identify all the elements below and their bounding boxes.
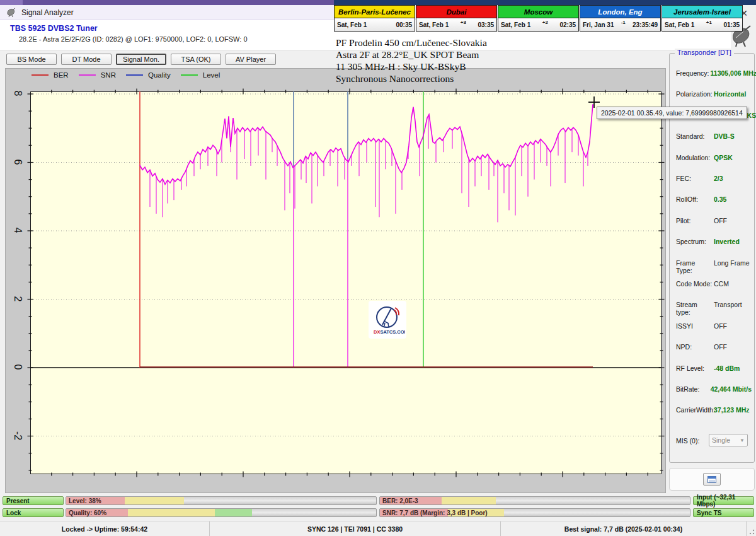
satellite-dish-icon [6,8,16,18]
transponder-value: 2/3 [714,175,723,182]
transponder-row: NPD:OFF [676,343,752,351]
chevron-down-icon: ▼ [740,438,745,443]
transponder-label: FEC: [676,175,713,182]
clock-date: Sat, Feb 1 [501,21,530,28]
present-indicator: Present [3,496,64,505]
quality-progressbar: Quality: 60% [66,508,377,517]
transponder-row: RF Level:-48 dBm [676,364,752,372]
svg-text:DXSATCS.COM: DXSATCS.COM [374,329,405,335]
transponder-row: Pilot:OFF [676,217,752,224]
y-tick-label: 0 [12,359,23,375]
statusbar: Locked -> Uptime: 59:54:42 SYNC 126 | TE… [0,521,756,536]
clock-date: Sat, Feb 1 [419,21,449,28]
clock-utc-offset: -1 [614,20,633,25]
clock-utc-offset: +1 [694,20,723,25]
legend-label: SNR [101,71,116,79]
transponder-label: Modulation: [676,154,713,161]
transponder-value: OFF [714,217,727,224]
clock-utc-offset: +3 [449,20,478,25]
signal-analyzer-window: Signal Analyzer TBS 5925 DVBS2 Tuner 28.… [0,0,756,536]
transponder-row: BitRate:42,464 Mbit/s [676,385,752,393]
y-tick-label: -2 [12,428,23,443]
tab-signal-mon-[interactable]: Signal Mon. [116,54,166,65]
transponder-value: 37,123 MHz [714,406,750,414]
mis-dropdown[interactable]: Single ▼ [709,434,748,446]
transponder-label: Standard: [676,132,713,140]
level-text: Level: 38% [69,497,101,504]
transponder-value: 0.35 [714,195,726,203]
transponder-row: Spectrum:Inverted [676,238,752,245]
status-best-signal: Best signal: 7,7 dB (2025-02-01 00:34) [501,521,747,536]
record-save-button[interactable] [703,473,721,486]
transponder-row: Polarization:Horizontal [676,90,752,98]
clock-utc-offset: +2 [530,20,559,25]
site-line: PF Prodelin 450 cm/Lučenec-Slovakia [336,37,487,49]
tab-dt-mode[interactable]: DT Mode [61,54,112,65]
mode-tabs: BS ModeDT ModeSignal Mon.TSA (OK)AV Play… [6,54,276,65]
clock-datetime: Sat, Feb 100:35 [335,18,415,31]
resize-grip[interactable] [747,527,755,535]
level-progressbar: Level: 38% [66,496,377,505]
transponder-row: Modulation:QPSK [676,154,752,161]
world-clocks: Berlin-Paris-LučenecSat, Feb 100:35Dubai… [334,5,743,32]
background-window-strip-right [334,0,756,5]
transponder-label: Frame Type: [676,259,713,274]
clock-time-value: 03:35 [478,21,494,28]
transponder-label: Spectrum: [676,238,713,245]
legend-quality: Quality [126,71,171,79]
tool-panel [669,468,755,491]
transponder-label: NPD: [676,343,713,351]
transponder-row: Code Mode:CCM [676,280,752,288]
transponder-row: ISSYIOFF [676,322,752,330]
clock-datetime: Sat, Feb 1+202:35 [498,18,578,31]
clock-city: Dubai [416,6,496,18]
transponder-value: Inverted [714,238,740,245]
transponder-value: QPSK [714,154,733,161]
transponder-row: RollOff:0.35 [676,195,752,203]
background-window-corner [0,0,23,5]
transponder-value: -48 dBm [714,364,740,372]
transponder-value: Long Frame [714,259,750,274]
bar-segment [128,509,215,516]
site-description: PF Prodelin 450 cm/Lučenec-SlovakiaAstra… [336,37,487,84]
clock-1: Berlin-Paris-LučenecSat, Feb 100:35 [334,5,415,32]
status-sync-tei-cc: SYNC 126 | TEI 7091 | CC 3380 [210,521,501,536]
clock-time-value: 02:35 [559,21,576,28]
bar-segment [215,509,252,516]
clock-5: Jerusalem-IsraelSat, Feb 1+101:35 [662,5,743,32]
transponder-label: Frequency: [676,69,709,77]
transponder-label: Stream type: [676,301,713,316]
background-window-strip [0,0,334,5]
transponder-label: Polarization: [676,90,713,98]
status-lock-uptime: Locked -> Uptime: 59:54:42 [0,521,210,536]
clock-4: London, EngFri, Jan 31-123:35:49 [580,5,661,32]
site-line: 11 305 MHz-H : Sky UK-BSkyB [336,61,487,73]
tab-tsa-ok-[interactable]: TSA (OK) [171,54,221,65]
clock-city: Jerusalem-Israel [662,6,742,18]
input-bitrate-button[interactable]: Input (~32,31 Mbps) [693,496,754,505]
clock-datetime: Sat, Feb 1+303:35 [416,18,496,31]
transponder-label: CarrierWidth: [676,406,713,414]
tuner-info: 28.2E - Astra 2E/2F/2G (ID: 0282) @ LOF1… [19,35,248,43]
tab-av-player[interactable]: AV Player [226,54,276,65]
clock-datetime: Sat, Feb 1+101:35 [662,18,742,31]
quality-text: Quality: 60% [69,509,106,516]
clock-city: Berlin-Paris-Lučenec [335,6,415,18]
transponder-label: ISSYI [676,322,713,330]
window-title: Signal Analyzer [21,8,74,17]
snr-progressbar: SNR: 7,7 dB (Margin: 3,3 dB | Poor) [379,508,690,517]
transponder-row: Stream type:Transport [676,301,752,316]
tab-bs-mode[interactable]: BS Mode [6,54,57,65]
clock-date: Sat, Feb 1 [665,21,694,28]
site-line: Astra 2F at 28.2°E_UK SPOT Beam [336,49,487,61]
sync-ts-button[interactable]: Sync TS [693,508,754,517]
legend-line-swatch [79,74,96,76]
ber-text: BER: 2,0E-3 [382,497,418,504]
transponder-row: Standard:DVB-S [676,132,752,140]
clock-time-value: 23:35:49 [633,21,658,28]
transponder-value: Transport [714,301,742,316]
lock-indicator: Lock [3,508,64,517]
clock-date: Sat, Feb 1 [337,21,367,28]
transponder-label: Code Mode: [676,280,713,288]
clock-date: Fri, Jan 31 [583,21,614,28]
